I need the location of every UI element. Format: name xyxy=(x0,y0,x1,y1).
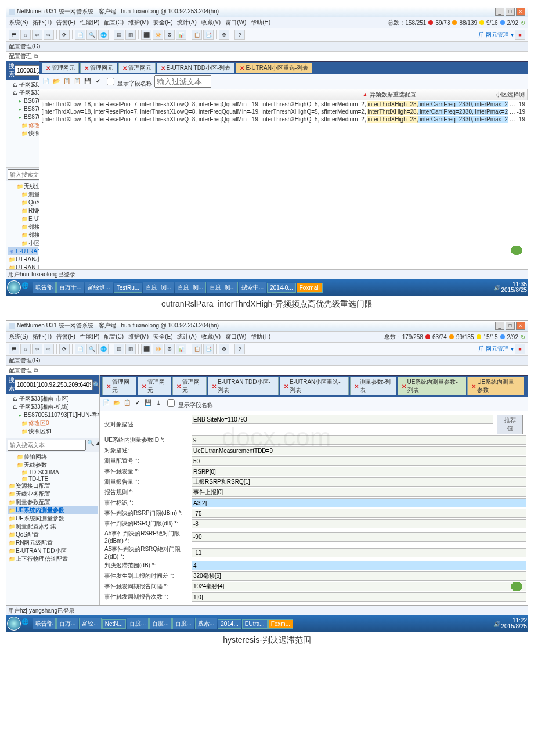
task-button[interactable]: 百度... xyxy=(127,618,149,629)
menu-item[interactable]: 窗口(W) xyxy=(225,19,246,27)
field-input[interactable] xyxy=(192,571,526,581)
tab[interactable]: ✕管理网元 xyxy=(80,63,117,73)
menu-item[interactable]: 性能(P) xyxy=(80,19,99,27)
nav-item[interactable]: 📁UE系统内测量参数 xyxy=(8,506,98,514)
tab[interactable]: ✕管理网元 xyxy=(102,377,136,395)
task-button[interactable]: NetN... xyxy=(102,619,126,629)
tree-item[interactable]: 📁快照区$1 xyxy=(8,427,98,435)
menu-item[interactable]: 告警(F) xyxy=(56,333,75,341)
paste-icon[interactable]: 📋 xyxy=(73,78,81,86)
task-button[interactable]: 2014-0... xyxy=(267,283,295,293)
open-icon[interactable]: 📂 xyxy=(52,78,60,86)
task-button[interactable]: 2014... xyxy=(218,619,241,629)
minimize-button[interactable]: _ xyxy=(495,322,504,330)
tree-item[interactable]: 📁快照区$1 xyxy=(8,129,38,138)
tool-icon[interactable]: 🔅 xyxy=(153,30,163,40)
nav-item[interactable]: 📁UTRAN TDD小区重选 xyxy=(8,264,38,269)
menu-item[interactable]: 维护(M) xyxy=(128,19,149,27)
tool-icon[interactable]: ⬒ xyxy=(9,30,19,40)
tool-icon[interactable]: 🔅 xyxy=(153,344,163,354)
task-button[interactable]: 百万... xyxy=(56,618,78,629)
tab[interactable]: ✕管理网元 xyxy=(172,377,207,395)
sidebar-search-input[interactable] xyxy=(15,379,93,390)
menu-item[interactable]: 统计(A) xyxy=(177,19,196,27)
start-button[interactable] xyxy=(7,280,21,294)
task-button[interactable]: 富经班... xyxy=(85,282,113,293)
close-icon[interactable]: ✕ xyxy=(240,65,244,71)
nav-item[interactable]: 📁无线业务配置 xyxy=(8,490,98,498)
tree-item[interactable]: 🗂子网$33[湘南-机场] xyxy=(8,403,98,411)
field-input[interactable] xyxy=(192,415,493,424)
tool-icon[interactable]: ⌂ xyxy=(20,30,31,40)
grid-row[interactable]: [interThrdXLow=18, interReselPrio=7, int… xyxy=(39,100,528,108)
col-header[interactable]: 小区选择测 xyxy=(490,89,528,100)
close-button[interactable]: × xyxy=(516,8,525,16)
nav-search-input[interactable] xyxy=(8,440,86,451)
nav-item[interactable]: 📁TD-SCDMA xyxy=(8,469,98,476)
nav-item[interactable]: 📁测量配置索引集 xyxy=(8,523,98,531)
nav-item[interactable]: 📁RN网元级配置 xyxy=(8,539,98,547)
fwd-icon[interactable]: ⇨ xyxy=(44,30,54,40)
check-icon[interactable]: ✔ xyxy=(134,399,142,408)
field-input[interactable] xyxy=(192,561,526,570)
nav-item[interactable]: 📁小区重选配置 xyxy=(8,239,38,247)
save-icon[interactable]: 💾 xyxy=(144,399,152,408)
close-button[interactable]: × xyxy=(516,322,525,330)
tab-active[interactable]: ✕UE系统内测量参数 xyxy=(467,377,524,395)
back-icon[interactable]: ⇦ xyxy=(32,344,42,354)
tool-icon[interactable]: ▤ xyxy=(114,344,124,354)
refresh-icon[interactable]: ⟳ xyxy=(59,344,70,354)
menu-item[interactable]: 维护(M) xyxy=(128,333,149,341)
task-button[interactable]: 搜索中... xyxy=(239,282,266,293)
breadcrumb[interactable]: 配置管理(G) xyxy=(6,41,528,51)
help-icon[interactable]: ? xyxy=(234,344,245,354)
tab[interactable]: ✕E-UTRAN TDD小区-列表 xyxy=(157,63,235,73)
nav-item[interactable]: 📁无线参数 xyxy=(8,461,98,469)
tab[interactable]: ✕E-UTRAN TDD小区-列表 xyxy=(208,377,279,395)
grid-row[interactable]: [interThrdXLow=18, interReselPrio=7, int… xyxy=(39,116,528,123)
title-bar[interactable]: NetNumen U31 统一网管系统 - 客户端 - hun-fuxiaolo… xyxy=(6,6,528,17)
col-header[interactable]: ▲ 异频数据重选配置 xyxy=(288,89,491,100)
close-panel-icon[interactable]: ■ xyxy=(515,30,525,40)
menu-item[interactable]: 告警(F) xyxy=(56,19,75,27)
tab[interactable]: ✕管理网元 xyxy=(118,63,156,73)
copy-icon[interactable]: 📋 xyxy=(123,399,131,408)
nav-item[interactable]: 📁测量参数配置 xyxy=(8,498,98,506)
menu-item[interactable]: 帮助(H) xyxy=(251,333,270,341)
menu-item[interactable]: 安全(E) xyxy=(153,333,172,341)
tree-item[interactable]: ▸BS8700$110793[TL]HUN-香集-H区 xyxy=(8,411,98,419)
task-button[interactable]: 百度... xyxy=(149,618,171,629)
breadcrumb[interactable]: 配置管理(G) xyxy=(6,355,528,365)
tool-icon[interactable]: 🔍 xyxy=(86,344,97,354)
field-input[interactable] xyxy=(192,509,526,518)
minimize-button[interactable]: _ xyxy=(495,8,504,16)
menu-item[interactable]: 系统(S) xyxy=(9,19,28,27)
nav-item[interactable]: 📁QoS配置 xyxy=(8,531,98,539)
nav-item[interactable]: 📁传输网络 xyxy=(8,453,98,461)
alarm-critical[interactable]: 63/74 xyxy=(432,334,447,340)
nav-item[interactable]: 📁无线业务配置 xyxy=(8,182,38,190)
close-icon[interactable]: ✕ xyxy=(161,65,165,71)
tool-icon[interactable]: 📊 xyxy=(176,30,186,40)
sidebar-search-input[interactable] xyxy=(15,65,39,76)
nav-item[interactable]: 📁RN网元级配置 xyxy=(8,207,38,215)
nav-item[interactable]: 📁测量参数配置 xyxy=(8,190,38,199)
task-button[interactable]: 联告部 xyxy=(33,282,56,293)
field-input[interactable] xyxy=(192,582,526,591)
tab[interactable]: ✕E-UTRAN小区重选-列表 xyxy=(280,377,349,395)
tab-active[interactable]: ✕E-UTRAN小区重选-列表 xyxy=(236,63,312,73)
task-button[interactable]: 百度_测... xyxy=(143,282,174,293)
export-icon[interactable]: ⤓ xyxy=(154,399,163,408)
ie-icon[interactable]: 🌐 xyxy=(21,618,32,629)
recommend-button[interactable]: 推荐值 xyxy=(497,415,523,434)
menu-item[interactable]: 性能(P) xyxy=(80,333,99,341)
up-icon[interactable]: ▲ xyxy=(95,440,100,451)
task-button[interactable]: 百万千... xyxy=(56,282,84,293)
tool-icon[interactable]: ⚙ xyxy=(164,30,175,40)
tool-icon[interactable]: ⬒ xyxy=(9,344,19,354)
fwd-icon[interactable]: ⇨ xyxy=(44,344,54,354)
close-panel-icon[interactable]: ■ xyxy=(515,344,525,354)
search-icon[interactable]: 🔍 xyxy=(93,381,100,388)
nav-item[interactable]: 📁上下行物理信道配置 xyxy=(8,555,98,563)
system-tray[interactable]: 🔊 11:222015/8/25 xyxy=(493,618,528,629)
